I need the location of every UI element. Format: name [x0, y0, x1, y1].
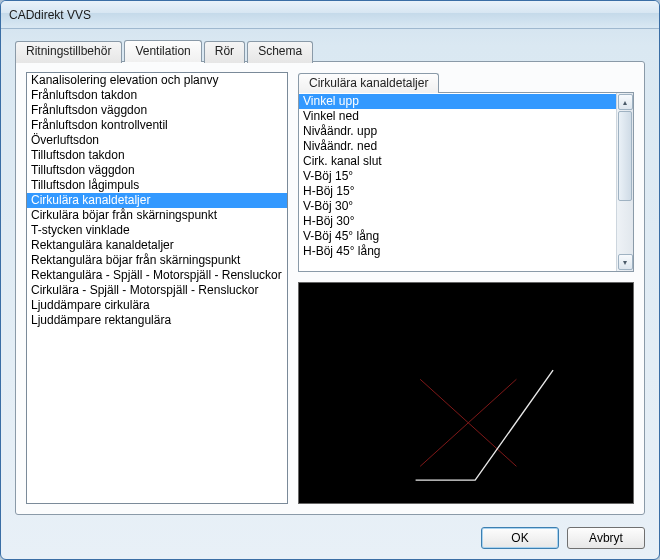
list-item[interactable]: Rektangulära kanaldetaljer [27, 238, 287, 253]
list-item[interactable]: Nivåändr. upp [299, 124, 616, 139]
list-item[interactable]: Cirkulära böjar från skärningspunkt [27, 208, 287, 223]
list-item[interactable]: H-Böj 15° [299, 184, 616, 199]
tab-schema[interactable]: Schema [247, 41, 313, 63]
tab-panel: Kanalisolering elevation och planvyFrånl… [15, 61, 645, 515]
dialog-footer: OK Avbryt [1, 523, 659, 559]
tab-ror[interactable]: Rör [204, 41, 245, 63]
list-item[interactable]: Cirkulära kanaldetaljer [27, 193, 287, 208]
list-item[interactable]: Rektangulära - Spjäll - Motorspjäll - Re… [27, 268, 287, 283]
detail-tab[interactable]: Cirkulära kanaldetaljer [298, 73, 439, 93]
client-area: Ritningstillbehör Ventilation Rör Schema… [1, 29, 659, 523]
dialog-window: CADdirekt VVS Ritningstillbehör Ventilat… [0, 0, 660, 560]
list-item[interactable]: Vinkel ned [299, 109, 616, 124]
list-item[interactable]: H-Böj 45° lång [299, 244, 616, 259]
scroll-thumb[interactable] [618, 111, 632, 201]
list-item[interactable]: Ljuddämpare cirkulära [27, 298, 287, 313]
category-column: Kanalisolering elevation och planvyFrånl… [26, 72, 288, 504]
preview-drawing [299, 283, 633, 503]
list-item[interactable]: Tilluftsdon väggdon [27, 163, 287, 178]
ok-button[interactable]: OK [481, 527, 559, 549]
detail-column: Cirkulära kanaldetaljer Vinkel uppVinkel… [298, 72, 634, 504]
list-item[interactable]: Överluftsdon [27, 133, 287, 148]
tab-ritningstillbehor[interactable]: Ritningstillbehör [15, 41, 122, 63]
list-item[interactable]: Rektangulära böjar från skärningspunkt [27, 253, 287, 268]
scrollbar-vertical[interactable]: ▴ ▾ [616, 93, 633, 271]
scroll-track[interactable] [617, 111, 633, 253]
scroll-down-button[interactable]: ▾ [618, 254, 633, 270]
list-item[interactable]: Vinkel upp [299, 94, 616, 109]
window-title: CADdirekt VVS [9, 8, 91, 22]
scroll-up-button[interactable]: ▴ [618, 94, 633, 110]
list-item[interactable]: Cirk. kanal slut [299, 154, 616, 169]
list-item[interactable]: Frånluftsdon väggdon [27, 103, 287, 118]
list-item[interactable]: Cirkulära - Spjäll - Motorspjäll - Rensl… [27, 283, 287, 298]
list-item[interactable]: H-Böj 30° [299, 214, 616, 229]
list-item[interactable]: V-Böj 45° lång [299, 229, 616, 244]
list-item[interactable]: Ljuddämpare rektangulära [27, 313, 287, 328]
list-item[interactable]: Kanalisolering elevation och planvy [27, 73, 287, 88]
titlebar[interactable]: CADdirekt VVS [1, 1, 659, 29]
cancel-button[interactable]: Avbryt [567, 527, 645, 549]
list-item[interactable]: V-Böj 30° [299, 199, 616, 214]
category-listbox[interactable]: Kanalisolering elevation och planvyFrånl… [26, 72, 288, 504]
detail-listbox-frame: Vinkel uppVinkel nedNivåändr. uppNivåänd… [298, 92, 634, 272]
list-item[interactable]: T-stycken vinklade [27, 223, 287, 238]
detail-listbox[interactable]: Vinkel uppVinkel nedNivåändr. uppNivåänd… [299, 93, 616, 271]
list-item[interactable]: Frånluftsdon takdon [27, 88, 287, 103]
preview-canvas [298, 282, 634, 504]
tab-ventilation[interactable]: Ventilation [124, 40, 201, 62]
list-item[interactable]: Tilluftsdon lågimpuls [27, 178, 287, 193]
list-item[interactable]: Tilluftsdon takdon [27, 148, 287, 163]
list-item[interactable]: V-Böj 15° [299, 169, 616, 184]
detail-tab-row: Cirkulära kanaldetaljer [298, 72, 634, 92]
main-tab-row: Ritningstillbehör Ventilation Rör Schema [15, 39, 645, 61]
list-item[interactable]: Frånluftsdon kontrollventil [27, 118, 287, 133]
list-item[interactable]: Nivåändr. ned [299, 139, 616, 154]
